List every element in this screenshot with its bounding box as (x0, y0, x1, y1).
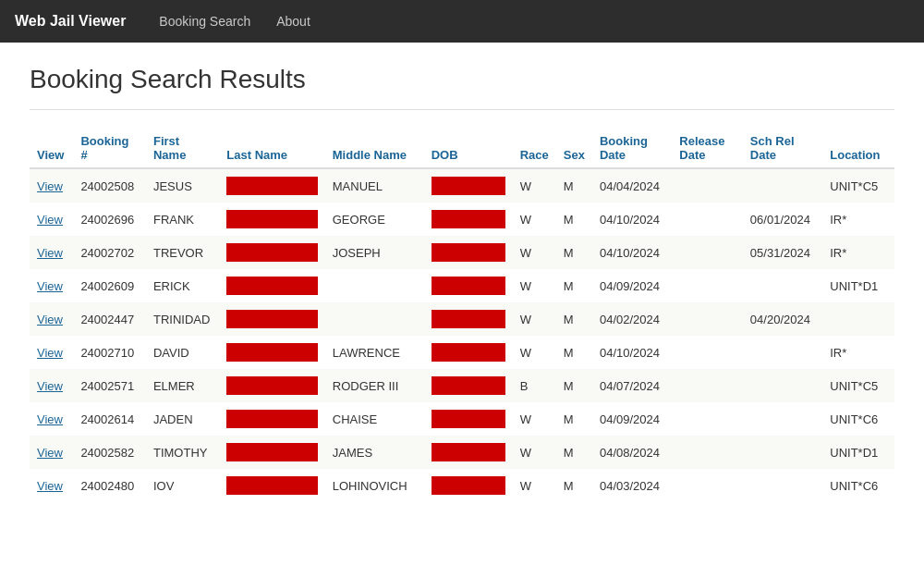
cell-release-date (672, 336, 743, 369)
redacted-value (432, 443, 505, 461)
redacted-value (226, 243, 317, 262)
cell-release-date (672, 302, 743, 336)
cell-last (219, 469, 324, 502)
cell-last (219, 269, 324, 302)
view-link[interactable]: View (37, 346, 63, 360)
cell-sch-rel-date: 05/31/2024 (743, 236, 822, 269)
cell-middle: CHAISE (325, 402, 424, 436)
cell-location: IR* (822, 236, 894, 269)
cell-location: UNIT*D1 (822, 269, 894, 302)
cell-last (219, 168, 324, 203)
cell-race: W (513, 469, 556, 502)
header-first-name: First Name (146, 129, 219, 168)
view-link[interactable]: View (37, 479, 63, 493)
cell-first: TREVOR (146, 236, 219, 269)
header-booking-date: Booking Date (592, 129, 672, 168)
cell-view[interactable]: View (30, 469, 73, 502)
cell-sex: M (556, 203, 592, 236)
cell-first: ELMER (146, 369, 219, 402)
cell-view[interactable]: View (30, 236, 73, 269)
table-row: View24002702TREVOR JOSEPH WM04/10/202405… (30, 236, 894, 269)
divider (30, 109, 894, 110)
cell-middle: LAWRENCE (325, 336, 424, 369)
cell-dob (424, 269, 513, 302)
cell-sch-rel-date (743, 369, 822, 402)
header-middle-name: Middle Name (325, 129, 424, 168)
cell-last (219, 336, 324, 369)
cell-booking: 24002508 (73, 168, 146, 203)
view-link[interactable]: View (37, 279, 63, 293)
view-link[interactable]: View (37, 412, 63, 426)
about-link[interactable]: About (265, 8, 322, 34)
table-row: View24002582TIMOTHY JAMES WM04/08/2024UN… (30, 436, 894, 469)
cell-middle: RODGER III (325, 369, 424, 402)
view-link[interactable]: View (37, 246, 63, 260)
cell-race: W (513, 168, 556, 203)
booking-search-link[interactable]: Booking Search (148, 8, 261, 34)
cell-view[interactable]: View (30, 302, 73, 336)
cell-sex: M (556, 269, 592, 302)
cell-location: UNIT*C5 (822, 168, 894, 203)
redacted-value (432, 243, 505, 262)
view-link[interactable]: View (37, 313, 63, 326)
view-link[interactable]: View (37, 379, 63, 393)
cell-sch-rel-date (743, 436, 822, 469)
redacted-value (432, 210, 505, 228)
cell-sex: M (556, 436, 592, 469)
cell-sch-rel-date: 04/20/2024 (743, 302, 822, 336)
cell-release-date (672, 236, 743, 269)
cell-first: ERICK (146, 269, 219, 302)
table-row: View24002571ELMER RODGER III BM04/07/202… (30, 369, 894, 402)
cell-view[interactable]: View (30, 402, 73, 436)
cell-view[interactable]: View (30, 336, 73, 369)
header-sex: Sex (556, 129, 592, 168)
cell-first: TRINIDAD (146, 302, 219, 336)
cell-view[interactable]: View (30, 269, 73, 302)
navbar-brand[interactable]: Web Jail Viewer (15, 13, 126, 30)
redacted-value (226, 210, 317, 228)
cell-last (219, 302, 324, 336)
table-header-row: View Booking # First Name Last Name Midd… (30, 129, 894, 168)
table-row: View24002508JESUS MANUEL WM04/04/2024UNI… (30, 168, 894, 203)
cell-dob (424, 369, 513, 402)
cell-view[interactable]: View (30, 168, 73, 203)
cell-release-date (672, 269, 743, 302)
cell-middle: JAMES (325, 436, 424, 469)
cell-middle: MANUEL (325, 168, 424, 203)
page-content: Booking Search Results View Booking # Fi… (0, 43, 924, 524)
table-row: View24002696FRANK GEORGE WM04/10/202406/… (30, 203, 894, 236)
cell-view[interactable]: View (30, 369, 73, 402)
cell-race: W (513, 436, 556, 469)
table-body: View24002508JESUS MANUEL WM04/04/2024UNI… (30, 168, 894, 502)
cell-view[interactable]: View (30, 436, 73, 469)
cell-last (219, 436, 324, 469)
cell-view[interactable]: View (30, 203, 73, 236)
cell-sex: M (556, 236, 592, 269)
cell-race: W (513, 302, 556, 336)
cell-booking: 24002480 (73, 469, 146, 502)
table-row: View24002710DAVID LAWRENCE WM04/10/2024I… (30, 336, 894, 369)
cell-release-date (672, 168, 743, 203)
cell-sex: M (556, 168, 592, 203)
view-link[interactable]: View (37, 446, 63, 460)
cell-middle: LOHINOVICH (325, 469, 424, 502)
cell-race: W (513, 236, 556, 269)
cell-last (219, 402, 324, 436)
cell-sex: M (556, 402, 592, 436)
header-release-date: Release Date (672, 129, 743, 168)
header-dob: DOB (424, 129, 513, 168)
cell-booking-date: 04/09/2024 (592, 402, 672, 436)
cell-location: UNIT*D1 (822, 436, 894, 469)
view-link[interactable]: View (37, 213, 63, 227)
table-row: View24002614JADEN CHAISE WM04/09/2024UNI… (30, 402, 894, 436)
view-link[interactable]: View (37, 179, 63, 193)
redacted-value (226, 343, 317, 362)
cell-location: IR* (822, 336, 894, 369)
redacted-value (432, 410, 505, 428)
cell-release-date (672, 436, 743, 469)
page-title: Booking Search Results (30, 65, 894, 94)
cell-dob (424, 436, 513, 469)
cell-booking-date: 04/10/2024 (592, 336, 672, 369)
cell-booking-date: 04/09/2024 (592, 269, 672, 302)
cell-race: B (513, 369, 556, 402)
